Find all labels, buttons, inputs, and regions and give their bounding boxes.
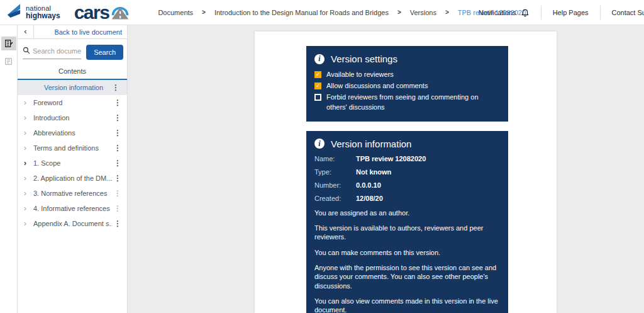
checkbox-label: Forbid reviewers from seeing and comment…: [326, 93, 499, 113]
chevron-right-icon[interactable]: ›: [24, 113, 33, 122]
sidebar-item[interactable]: ›Abbreviations⋮: [18, 125, 127, 140]
sidebar-item-label: Terms and definitions: [33, 144, 112, 152]
version-information-paragraphs: You are assigned as an author.This versi…: [314, 208, 499, 313]
version-settings-checkbox-list: ✓Available to reviewers✓Allow discussion…: [314, 70, 499, 113]
chevron-right-icon[interactable]: ›: [24, 159, 33, 168]
info-icon: i: [314, 54, 325, 64]
breadcrumb-versions[interactable]: Versions: [410, 9, 436, 16]
cars-logo: cars: [74, 3, 131, 23]
sidebar-item-label: Foreword: [33, 99, 112, 106]
checkbox-label: Available to reviewers: [326, 70, 394, 80]
kebab-menu-icon[interactable]: ⋮: [112, 113, 123, 122]
contact-support-button[interactable]: Contact Support: [601, 0, 644, 25]
sidebar-item-label: 4. Informative references: [33, 205, 112, 212]
reader-view-icon[interactable]: [1, 54, 16, 68]
chevron-right-icon[interactable]: ›: [24, 219, 33, 228]
version-information-fields: Name:TPB review 12082020Type:Not knownNu…: [314, 155, 499, 202]
field-value: 12/08/20: [356, 195, 383, 202]
sidebar-item-label: Abbreviations: [33, 129, 112, 137]
sidebar-item-label: 3. Normative references: [33, 190, 112, 197]
info-paragraph: You can make comments on this version.: [314, 248, 499, 257]
kebab-menu-icon[interactable]: ⋮: [110, 83, 121, 92]
back-to-live-document-link[interactable]: Back to live document: [34, 28, 127, 36]
contents-sidebar: ‹ Back to live document Search Contents …: [18, 25, 128, 313]
national-highways-logo: national highways: [5, 3, 60, 23]
checkbox[interactable]: [314, 94, 321, 101]
field-label: Created:: [314, 195, 356, 202]
chevron-right-icon[interactable]: ›: [24, 144, 33, 152]
sidebar-item[interactable]: ›3. Normative references⋮: [18, 186, 127, 201]
kebab-menu-icon[interactable]: ⋮: [112, 159, 123, 168]
notifications-button[interactable]: Notifications: [467, 0, 541, 25]
chevron-right-icon[interactable]: ›: [24, 204, 33, 213]
checkbox-row[interactable]: Forbid reviewers from seeing and comment…: [314, 93, 499, 113]
search-input[interactable]: [33, 47, 81, 55]
kebab-menu-icon[interactable]: ⋮: [112, 174, 123, 183]
contents-heading: Contents: [18, 64, 127, 79]
kebab-menu-icon[interactable]: ⋮: [112, 98, 123, 107]
cars-logo-text: cars: [74, 3, 109, 22]
edit-document-icon[interactable]: [1, 37, 16, 50]
breadcrumb-document[interactable]: Introduction to the Design Manual for Ro…: [214, 9, 389, 16]
field-value: TPB review 12082020: [356, 155, 426, 162]
sidebar-item[interactable]: ›1. Scope⋮: [18, 156, 127, 171]
notifications-label: Notifications: [479, 9, 516, 16]
kebab-menu-icon[interactable]: ⋮: [112, 128, 123, 137]
sidebar-item[interactable]: ›Terms and definitions⋮: [18, 140, 127, 156]
checkbox-label: Allow discussions and comments: [326, 81, 428, 91]
logo-text-highways: highways: [26, 12, 60, 20]
sidebar-item[interactable]: ›2. Application of the DM...⋮: [18, 171, 127, 186]
back-chevron-icon[interactable]: ‹: [18, 25, 34, 38]
field-label: Name:: [314, 155, 356, 162]
version-settings-panel: i Version settings ✓Available to reviewe…: [306, 46, 508, 122]
sidebar-item[interactable]: ›Introduction⋮: [18, 110, 127, 125]
search-icon: [23, 45, 30, 57]
help-pages-button[interactable]: Help Pages: [541, 0, 600, 25]
sidebar-item[interactable]: ›Appendix A. Document s...⋮: [18, 216, 127, 231]
field-label: Type:: [314, 168, 356, 176]
chevron-right-icon[interactable]: ›: [24, 189, 33, 198]
sidebar-item-label: Appendix A. Document s...: [33, 220, 112, 227]
kebab-menu-icon[interactable]: ⋮: [112, 219, 123, 228]
field-label: Number:: [314, 181, 356, 189]
checkbox-row[interactable]: ✓Allow discussions and comments: [314, 81, 499, 91]
breadcrumb-separator: >: [202, 9, 206, 16]
contents-list: Version information⋮›Foreword⋮›Introduct…: [18, 79, 127, 231]
info-paragraph: You can also view comments made in this …: [314, 297, 499, 313]
sidebar-item-label: Introduction: [33, 114, 112, 122]
search-button[interactable]: Search: [86, 45, 123, 60]
chevron-right-icon[interactable]: ›: [24, 174, 33, 183]
bell-icon: [521, 8, 530, 17]
checkbox[interactable]: ✓: [314, 83, 321, 89]
kebab-menu-icon[interactable]: ⋮: [112, 189, 123, 198]
kebab-menu-icon[interactable]: ⋮: [112, 144, 123, 152]
left-icon-strip: [0, 25, 18, 313]
version-field-row: Created:12/08/20: [314, 195, 499, 202]
checkbox-row[interactable]: ✓Available to reviewers: [314, 70, 499, 80]
checkbox[interactable]: ✓: [314, 71, 321, 78]
sidebar-item[interactable]: ›Foreword⋮: [18, 95, 127, 110]
contact-support-label: Contact Support: [612, 9, 644, 16]
info-paragraph: Anyone with the permission to see this v…: [314, 263, 499, 290]
sidebar-item[interactable]: ›4. Informative references⋮: [18, 201, 127, 216]
main-area: i Version settings ✓Available to reviewe…: [128, 25, 644, 313]
breadcrumb-separator: >: [445, 9, 449, 16]
version-settings-title: Version settings: [331, 54, 397, 64]
info-paragraph: This version is available to authors, re…: [314, 224, 499, 242]
sidebar-item-label: 1. Scope: [33, 159, 112, 167]
help-pages-label: Help Pages: [553, 9, 589, 16]
breadcrumb-documents[interactable]: Documents: [158, 9, 193, 16]
version-field-row: Type:Not known: [314, 168, 499, 176]
sidebar-item[interactable]: Version information⋮: [18, 80, 127, 95]
kebab-menu-icon[interactable]: ⋮: [112, 204, 123, 213]
version-field-row: Name:TPB review 12082020: [314, 155, 499, 162]
version-information-title: Version information: [331, 139, 411, 149]
info-icon: i: [314, 139, 325, 149]
chevron-right-icon[interactable]: ›: [24, 128, 33, 137]
field-value: 0.0.0.10: [356, 181, 381, 189]
national-highways-swoosh-icon: [5, 3, 23, 23]
breadcrumb-separator: >: [397, 9, 401, 16]
sidebar-item-label: 2. Application of the DM...: [33, 174, 112, 182]
chevron-right-icon[interactable]: ›: [24, 98, 33, 107]
info-paragraph: You are assigned as an author.: [314, 208, 499, 217]
